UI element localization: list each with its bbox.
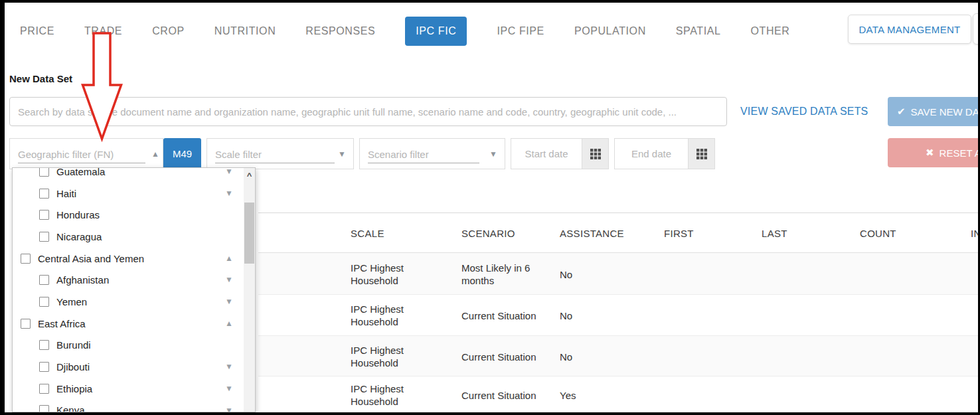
checkbox[interactable] xyxy=(21,319,31,329)
column-header-scale: SCALE xyxy=(351,228,384,239)
start-date-input[interactable] xyxy=(511,139,582,169)
table-row[interactable]: IPC Highest Household Current Situation … xyxy=(258,376,978,413)
expand-arrow-icon[interactable]: ▼ xyxy=(338,149,346,159)
tab-price[interactable]: PRICE xyxy=(20,25,54,37)
scale-filter-box[interactable]: ▼ xyxy=(206,138,354,169)
checkbox[interactable] xyxy=(39,297,49,307)
geographic-filter-box[interactable]: ▲ xyxy=(9,138,163,169)
checkbox[interactable] xyxy=(39,167,49,177)
checkbox[interactable] xyxy=(21,254,31,264)
column-header-last: LAST xyxy=(762,228,787,239)
reset-all-button[interactable]: ✖ RESET AL xyxy=(888,138,980,167)
expand-arrow-icon[interactable]: ▼ xyxy=(225,297,233,306)
save-button-label: SAVE NEW DA xyxy=(911,106,979,118)
end-date-box xyxy=(614,138,715,169)
scenario-filter-input[interactable] xyxy=(368,146,479,163)
expand-arrow-icon[interactable]: ▼ xyxy=(225,167,233,176)
expand-arrow-icon[interactable]: ▼ xyxy=(225,275,233,284)
scenario-filter-box[interactable]: ▼ xyxy=(359,138,505,169)
table-row[interactable]: IPC Highest Household Most Likely in 6 m… xyxy=(258,253,978,295)
geo-option-afghanistan[interactable]: Afghanistan ▼ xyxy=(13,269,255,291)
end-date-input[interactable] xyxy=(615,139,688,169)
check-icon: ✔ xyxy=(897,106,906,118)
geo-option-ethiopia[interactable]: Ethiopia ▼ xyxy=(13,378,255,400)
checkbox[interactable] xyxy=(39,275,49,285)
expand-arrow-icon[interactable]: ▼ xyxy=(489,149,497,159)
clipped-edge-button[interactable] xyxy=(973,13,980,44)
expand-arrow-icon[interactable]: ▼ xyxy=(225,406,233,412)
dataset-results-table: SCALE SCENARIO ASSISTANCE FIRST LAST COU… xyxy=(258,212,978,412)
tab-ipc-fic-active[interactable]: IPC FIC xyxy=(405,17,467,46)
geographic-option-list: Guatemala ▼ Haiti ▼ Honduras Nicaragua C… xyxy=(13,167,255,412)
geo-group-east-africa[interactable]: East Africa ▲ xyxy=(13,313,255,335)
tab-trade[interactable]: TRADE xyxy=(84,25,122,37)
checkbox[interactable] xyxy=(39,362,49,372)
geo-option-yemen[interactable]: Yemen ▼ xyxy=(13,291,255,313)
checkbox[interactable] xyxy=(39,210,49,220)
tab-nutrition[interactable]: NUTRITION xyxy=(214,25,276,37)
table-header-row: SCALE SCENARIO ASSISTANCE FIRST LAST COU… xyxy=(258,213,978,253)
tab-ipc-fipe[interactable]: IPC FIPE xyxy=(497,25,544,37)
column-header-first: FIRST xyxy=(664,228,694,239)
checkbox[interactable] xyxy=(39,232,49,242)
table-row[interactable]: IPC Highest Household Current Situation … xyxy=(258,295,978,336)
end-date-picker-button[interactable] xyxy=(688,139,714,169)
column-header-count: COUNT xyxy=(860,228,896,239)
checkbox[interactable] xyxy=(39,384,49,394)
geographic-filter-input[interactable] xyxy=(18,146,145,163)
app-window: PRICE TRADE CROP NUTRITION RESPONSES IPC… xyxy=(0,0,980,415)
x-icon: ✖ xyxy=(926,147,934,159)
checkbox[interactable] xyxy=(39,405,49,412)
collapse-arrow-icon[interactable]: ▲ xyxy=(151,149,159,159)
dataset-search-input[interactable] xyxy=(9,97,727,126)
geo-option-haiti[interactable]: Haiti ▼ xyxy=(13,183,255,205)
m49-toggle-button[interactable]: M49 xyxy=(163,138,201,169)
geographic-filter-dropdown: Guatemala ▼ Haiti ▼ Honduras Nicaragua C… xyxy=(12,167,256,412)
geo-option-honduras[interactable]: Honduras xyxy=(13,204,255,226)
collapse-arrow-icon[interactable]: ▲ xyxy=(225,254,233,263)
tab-responses[interactable]: RESPONSES xyxy=(305,25,375,37)
data-management-button[interactable]: DATA MANAGEMENT xyxy=(848,15,971,44)
calendar-grid-icon xyxy=(590,149,601,159)
save-new-dataset-button[interactable]: ✔ SAVE NEW DA xyxy=(888,97,980,126)
checkbox[interactable] xyxy=(39,340,49,350)
tab-crop[interactable]: CROP xyxy=(152,25,185,37)
expand-arrow-icon[interactable]: ▼ xyxy=(225,362,233,371)
tab-spatial[interactable]: SPATIAL xyxy=(676,25,721,37)
table-row[interactable]: IPC Highest Household Current Situation … xyxy=(258,336,978,376)
checkbox[interactable] xyxy=(39,189,49,199)
column-header-scenario: SCENARIO xyxy=(461,228,515,239)
column-header-assistance: ASSISTANCE xyxy=(560,228,624,239)
calendar-grid-icon xyxy=(696,149,707,159)
scale-filter-input[interactable] xyxy=(215,146,335,163)
new-data-set-title: New Data Set xyxy=(9,73,72,84)
scroll-up-icon[interactable]: ^ xyxy=(244,171,255,181)
module-tabbar: PRICE TRADE CROP NUTRITION RESPONSES IPC… xyxy=(20,15,789,48)
start-date-picker-button[interactable] xyxy=(582,139,608,169)
reset-button-label: RESET AL xyxy=(939,147,980,159)
geo-option-burundi[interactable]: Burundi xyxy=(13,335,255,357)
tab-population[interactable]: POPULATION xyxy=(574,25,646,37)
geo-option-djibouti[interactable]: Djibouti ▼ xyxy=(13,356,255,378)
tab-other[interactable]: OTHER xyxy=(750,25,789,37)
dropdown-scrollbar[interactable]: ^ xyxy=(244,168,255,412)
expand-arrow-icon[interactable]: ▼ xyxy=(225,384,233,393)
geo-option-kenya[interactable]: Kenya ▼ xyxy=(13,400,255,412)
geo-option-nicaragua[interactable]: Nicaragua xyxy=(13,226,255,248)
collapse-arrow-icon[interactable]: ▲ xyxy=(225,319,233,328)
expand-arrow-icon[interactable]: ▼ xyxy=(225,189,233,198)
scrollbar-thumb[interactable] xyxy=(244,203,254,264)
view-saved-data-sets-link[interactable]: VIEW SAVED DATA SETS xyxy=(740,97,868,126)
start-date-box xyxy=(511,138,609,169)
geo-option-guatemala[interactable]: Guatemala ▼ xyxy=(13,167,255,183)
geo-group-central-asia-and-yemen[interactable]: Central Asia and Yemen ▲ xyxy=(13,248,255,270)
column-header-in: IN xyxy=(971,228,980,239)
